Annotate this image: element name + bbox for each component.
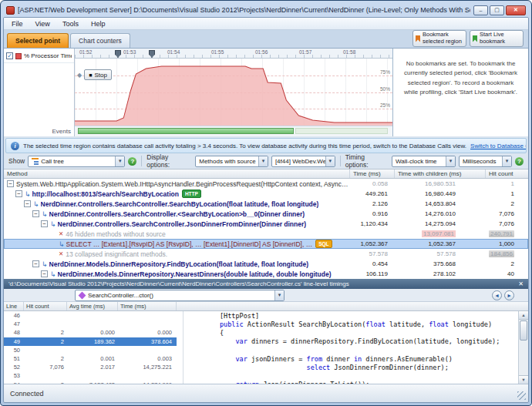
cell-time: 106.119 <box>349 270 394 277</box>
close-source-panel-icon[interactable]: ✕ <box>512 280 524 287</box>
source-line[interactable]: 50 <box>4 346 518 354</box>
tree-expander-icon[interactable]: − <box>41 270 48 277</box>
navigate-forward-button[interactable]: ▸ <box>504 290 514 300</box>
maximize-button[interactable]: ▢ <box>490 5 504 15</box>
cell-hit-count: 1,000 <box>485 240 528 247</box>
cell-time-with-children: 1,052.367 <box>394 240 485 247</box>
slider-diamond-icon[interactable]: ◆ <box>77 72 82 79</box>
line-number: 49 <box>4 338 24 345</box>
call-tree-row[interactable]: −↳NerdDinner.Controllers.SearchControlle… <box>4 209 528 219</box>
column-time[interactable]: Time (ms) <box>349 169 394 178</box>
display-options-value: Methods with source <box>199 158 255 165</box>
column-line-hit-count: Hit count <box>24 302 67 310</box>
display-options-dropdown[interactable]: Methods with source ▾ <box>195 156 268 167</box>
tree-expander-icon[interactable]: − <box>41 220 48 227</box>
menu-view[interactable]: View <box>29 18 56 29</box>
method-cell: ↳SELECT … [Extent1].[RsvpID] AS [RsvpID]… <box>4 240 349 248</box>
call-arrow-icon: ↳ <box>25 190 31 198</box>
cell-time: 57.578 <box>349 250 394 257</box>
processor-time-counter-row[interactable]: ✓ % Processor Time <box>4 49 74 63</box>
source-line[interactable]: 5120.0010.003 var jsonDinners = from din… <box>4 354 518 363</box>
call-tree-header[interactable]: Method Time (ms) Time with children (ms)… <box>4 169 528 179</box>
help-icon[interactable]: ? <box>515 157 524 166</box>
resize-grip[interactable] <box>517 391 526 400</box>
method-label: 13 collapsed insignificant methods. <box>66 250 167 258</box>
start-live-bookmark-button[interactable]: Start Live bookmark <box>470 30 524 47</box>
info-bar-text: The selected time region contains databa… <box>23 143 466 149</box>
tree-expander-icon[interactable]: − <box>32 260 39 267</box>
navigate-back-button[interactable]: ◂ <box>492 290 502 300</box>
call-tree-row[interactable]: −↳http://localhost:8013/Search/SearchByL… <box>4 189 528 199</box>
source-line[interactable]: 46 [HttpPost] <box>4 311 518 320</box>
menu-file[interactable]: File <box>5 18 29 29</box>
method-cell: −System.Web.HttpApplication.System.Web.I… <box>4 180 349 188</box>
scroll-down-icon[interactable]: ▼ <box>519 375 528 384</box>
source-scrollbar[interactable]: ▲ ▼ <box>518 311 528 384</box>
column-method[interactable]: Method <box>4 169 349 178</box>
timing-dropdown[interactable]: Wall-clock time ▾ <box>392 156 456 167</box>
ruler-ticks <box>75 55 392 58</box>
call-tree-row[interactable]: −↳NerdDinner.Controllers.SearchControlle… <box>4 199 528 209</box>
bookmark-selected-region-button[interactable]: Bookmark selected region <box>412 30 466 47</box>
time-tick-label: 01:58 <box>343 49 355 55</box>
tab-chart-counters[interactable]: Chart counters <box>70 33 130 48</box>
tree-expander-icon[interactable]: − <box>24 200 31 207</box>
title-bar[interactable]: [ASP.NET/Web Development Server] D:\Docu… <box>3 3 529 17</box>
close-button[interactable]: ✕ <box>506 5 526 15</box>
tree-expander-icon[interactable]: − <box>32 210 39 217</box>
time-ruler[interactable]: 01:52 01:53 01:54 01:55 01:56 01:57 01:5… <box>75 49 392 59</box>
stop-button[interactable]: ■ Stop <box>84 69 112 80</box>
process-dropdown[interactable]: [4f44] WebDev.Web... ▾ <box>271 156 335 167</box>
source-line[interactable]: 492189.362378.604 var dinners = dinnerRe… <box>4 337 518 346</box>
tree-expander-icon[interactable]: − <box>7 180 14 187</box>
call-tree-row[interactable]: −↳NerdDinner.Models.DinnerRepository.Fin… <box>4 259 528 269</box>
tree-expander-icon[interactable]: − <box>15 190 22 197</box>
cell-hit-count: 184,856 <box>485 250 528 257</box>
call-tree-row[interactable]: −System.Web.HttpApplication.System.Web.I… <box>4 179 528 189</box>
column-time-with-children[interactable]: Time with children (ms) <box>394 169 485 178</box>
units-dropdown[interactable]: Milliseconds ▾ <box>459 156 512 167</box>
line-number: 52 <box>4 364 24 371</box>
cell-hit-count: 2 <box>485 260 528 267</box>
processor-time-checkbox[interactable]: ✓ <box>6 52 13 59</box>
cell-time: 2.126 <box>349 200 394 207</box>
source-line[interactable]: 4820.0000.000 { <box>4 328 518 337</box>
call-tree-body: −System.Web.HttpApplication.System.Web.I… <box>4 179 528 279</box>
source-columns-header: Line Hit count Avg time (ms) Time (ms) <box>4 302 528 311</box>
method-label: http://localhost:8013/Search/SearchByLoc… <box>32 190 179 198</box>
call-arrow-icon: ↳ <box>42 210 48 218</box>
call-tree-row[interactable]: ✕46 hidden methods without source13,097.… <box>4 229 528 239</box>
minimize-button[interactable]: – <box>473 5 488 15</box>
y-axis-label: 50% <box>380 86 390 92</box>
menu-tools[interactable]: Tools <box>56 18 85 29</box>
line-stats: 53 <box>4 371 177 380</box>
show-label: Show <box>8 157 25 165</box>
call-tree-row[interactable]: −↳NerdDinner.Models.DinnerRepository.Nea… <box>4 269 528 279</box>
switch-to-database-calls-link[interactable]: Switch to Database Calls view <box>470 143 527 149</box>
call-tree-row[interactable]: −↳NerdDinner.Controllers.SearchControlle… <box>4 219 528 229</box>
source-line[interactable]: 47 public ActionResult SearchByLocation(… <box>4 320 518 328</box>
line-avg-time: 189.362 <box>67 338 118 345</box>
events-activity-bar <box>78 128 294 134</box>
method-selector-dropdown[interactable]: SearchController...ctor() ▾ <box>75 290 285 301</box>
column-hit-count[interactable]: Hit count <box>485 169 528 178</box>
tab-selected-point[interactable]: Selected point <box>7 33 69 48</box>
code-divider <box>183 346 184 354</box>
call-tree-row[interactable]: ✕13 collapsed insignificant methods.57.5… <box>4 249 528 259</box>
processor-time-plot[interactable]: 75% 50% 25% ◆ ■ Stop <box>75 59 392 126</box>
call-tree-row[interactable]: ↳SELECT … [Extent1].[RsvpID] AS [RsvpID]… <box>4 239 528 249</box>
source-line[interactable]: 527,0762.01714,275.221 select JsonDinner… <box>4 363 518 371</box>
chevron-down-icon: ▾ <box>274 290 284 300</box>
events-track[interactable] <box>75 126 392 136</box>
cell-time: 0.916 <box>349 210 394 217</box>
timeline-chart[interactable]: 01:52 01:53 01:54 01:55 01:56 01:57 01:5… <box>75 49 392 136</box>
sql-badge: SQL <box>315 240 332 248</box>
scroll-up-icon[interactable]: ▲ <box>519 311 528 320</box>
scrollbar-thumb[interactable] <box>520 320 527 341</box>
line-stats: 46 <box>4 311 177 320</box>
help-icon[interactable]: ? <box>128 157 136 166</box>
source-line[interactable]: 53 <box>4 371 518 380</box>
bookmark-flag-icon <box>416 35 420 42</box>
menu-help[interactable]: Help <box>85 18 112 29</box>
show-dropdown[interactable]: Call tree ▾ <box>28 156 125 167</box>
